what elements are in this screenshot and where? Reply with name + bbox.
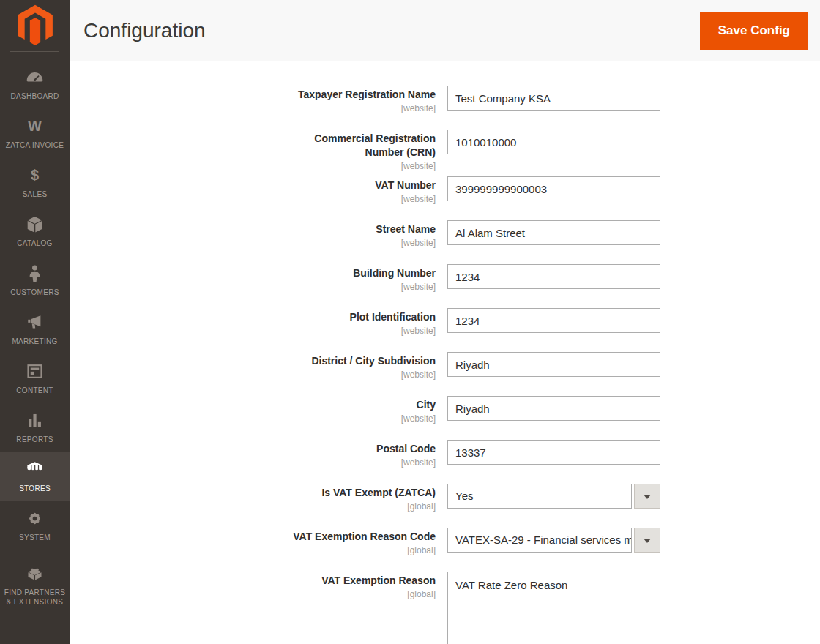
city-input[interactable] — [447, 396, 660, 421]
sidebar-item-system[interactable]: SYSTEM — [0, 501, 70, 550]
sidebar-item-dashboard[interactable]: DASHBOARD — [0, 59, 70, 108]
zatca-invoice-icon: W — [28, 116, 42, 136]
sidebar-divider — [10, 553, 59, 553]
marketing-icon — [25, 312, 45, 332]
save-config-button[interactable]: Save Config — [700, 12, 808, 50]
street-name-input[interactable] — [447, 220, 660, 245]
crn-input[interactable] — [447, 130, 660, 154]
form-row-city: City [website] — [70, 396, 820, 421]
sidebar-item-label: CONTENT — [16, 386, 53, 395]
customers-icon — [25, 263, 45, 283]
exemption-reason-textarea[interactable]: VAT Rate Zero Reason — [447, 572, 660, 644]
sidebar-item-customers[interactable]: CUSTOMERS — [0, 255, 70, 304]
sidebar-item-label: ZATCA INVOICE — [6, 141, 64, 150]
sidebar-item-marketing[interactable]: MARKETING — [0, 304, 70, 353]
reports-icon — [25, 411, 45, 430]
field-scope: [website] — [401, 282, 436, 292]
sidebar-item-content[interactable]: CONTENT — [0, 353, 70, 402]
form-row-vat-number: VAT Number [website] — [70, 176, 820, 201]
field-label: Street Name — [376, 222, 436, 236]
field-scope: [website] — [401, 326, 436, 336]
form-row-postal-code: Postal Code [website] — [70, 440, 820, 465]
sidebar-item-label: REPORTS — [16, 435, 53, 444]
catalog-icon — [25, 214, 45, 234]
building-number-input[interactable] — [447, 264, 660, 289]
sidebar-item-label: DASHBOARD — [10, 91, 59, 101]
field-scope: [global] — [407, 545, 436, 555]
form-row-vat-exempt: Is VAT Exempt (ZATCA) [global] Yes — [70, 484, 820, 509]
magento-admin-app: DASHBOARD W ZATCA INVOICE $ SALES CATALO… — [0, 0, 820, 644]
sidebar-item-label: CATALOG — [17, 239, 52, 248]
field-scope: [website] — [401, 103, 436, 113]
find-partners-icon — [25, 564, 45, 583]
field-label: Is VAT Exempt (ZATCA) — [321, 486, 436, 500]
stores-icon — [25, 460, 45, 479]
form-row-district: District / City Subdivision [website] — [70, 352, 820, 377]
vat-number-input[interactable] — [447, 176, 660, 201]
form-row-taxpayer-name: Taxpayer Registration Name [website] — [70, 86, 820, 111]
form-row-street-name: Street Name [website] — [70, 220, 820, 245]
vat-exempt-select[interactable]: Yes — [447, 484, 660, 509]
field-label: Building Number — [353, 266, 436, 280]
page-title: Configuration — [83, 19, 206, 42]
field-label: VAT Exemption Reason Code — [293, 530, 436, 544]
form-row-exemption-reason-code: VAT Exemption Reason Code [global] VATEX… — [70, 528, 820, 553]
chevron-down-icon[interactable] — [634, 528, 660, 553]
exemption-reason-code-select[interactable]: VATEX-SA-29 - Financial services mention… — [447, 528, 660, 553]
district-input[interactable] — [447, 352, 660, 377]
exemption-reason-code-select-value: VATEX-SA-29 - Financial services mention… — [447, 528, 632, 553]
field-scope: [website] — [401, 370, 436, 380]
sidebar-item-label: CUSTOMERS — [10, 288, 59, 297]
configuration-form: Taxpayer Registration Name [website] Com… — [70, 61, 820, 644]
field-label: Postal Code — [376, 442, 436, 456]
sidebar-divider — [10, 51, 59, 52]
sidebar-item-label: SALES — [23, 190, 48, 199]
taxpayer-name-input[interactable] — [447, 86, 660, 111]
content-icon — [25, 362, 45, 381]
field-label: District / City Subdivision — [311, 354, 436, 368]
sales-icon: $ — [31, 165, 39, 185]
field-scope: [website] — [401, 413, 436, 424]
form-row-plot-identification: Plot Identification [website] — [70, 308, 820, 333]
field-scope: [website] — [401, 161, 436, 171]
sidebar-item-catalog[interactable]: CATALOG — [0, 206, 70, 255]
field-label: VAT Number — [375, 179, 436, 192]
field-label: Plot Identification — [350, 310, 436, 324]
form-row-crn: Commercial Registration Number (CRN) [we… — [70, 130, 820, 154]
sidebar-item-sales[interactable]: $ SALES — [0, 157, 70, 206]
field-label: VAT Exemption Reason — [321, 574, 436, 588]
field-scope: [website] — [401, 238, 436, 248]
system-icon — [25, 509, 45, 528]
sidebar-item-find-partners[interactable]: FIND PARTNERS & EXTENSIONS — [0, 556, 70, 613]
field-scope: [website] — [401, 457, 436, 468]
form-row-building-number: Building Number [website] — [70, 264, 820, 289]
magento-logo-icon — [16, 4, 54, 47]
sidebar-item-label: STORES — [19, 484, 51, 493]
sidebar-item-label: FIND PARTNERS & EXTENSIONS — [3, 588, 67, 607]
sidebar-item-reports[interactable]: REPORTS — [0, 402, 70, 452]
admin-sidebar: DASHBOARD W ZATCA INVOICE $ SALES CATALO… — [0, 0, 70, 644]
sidebar-item-zatca-invoice[interactable]: W ZATCA INVOICE — [0, 108, 70, 157]
chevron-down-icon[interactable] — [634, 484, 660, 509]
field-label: Taxpayer Registration Name — [298, 88, 436, 102]
field-scope: [website] — [401, 194, 436, 204]
page-header: Configuration Save Config — [70, 0, 820, 61]
sidebar-item-stores[interactable]: STORES — [0, 452, 70, 501]
field-scope: [global] — [407, 589, 436, 599]
form-row-exemption-reason: VAT Exemption Reason [global] VAT Rate Z… — [70, 572, 820, 644]
dashboard-icon — [25, 67, 45, 87]
sidebar-item-label: MARKETING — [12, 337, 57, 346]
field-scope: [global] — [407, 501, 436, 512]
vat-exempt-select-value: Yes — [447, 484, 632, 509]
field-label: Commercial Registration Number (CRN) — [278, 132, 436, 160]
sidebar-item-label: SYSTEM — [19, 533, 51, 542]
field-label: City — [417, 398, 436, 412]
magento-logo[interactable] — [0, 0, 70, 51]
main-content: Configuration Save Config Taxpayer Regis… — [70, 0, 820, 644]
postal-code-input[interactable] — [447, 440, 660, 465]
plot-identification-input[interactable] — [447, 308, 660, 333]
